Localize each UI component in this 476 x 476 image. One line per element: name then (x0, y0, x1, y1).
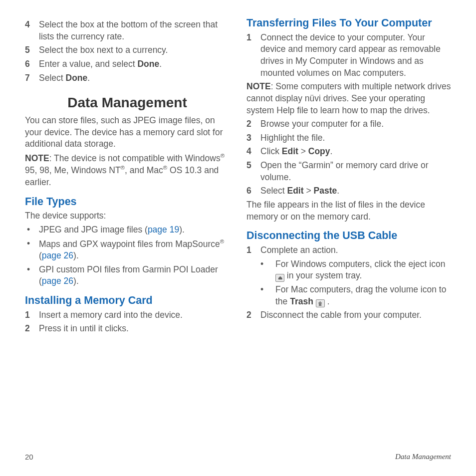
step-sub-text: The file appears in the list of files in… (246, 199, 451, 223)
list-item: • GPI custom POI files from Garmin POI L… (27, 264, 230, 287)
page-link[interactable]: page 26 (42, 276, 73, 286)
page-number: 20 (25, 453, 33, 461)
ui-label-edit: Edit (282, 146, 298, 156)
step-number: 1 (25, 309, 39, 321)
list-item: • For Mac computers, drag the volume ico… (260, 284, 451, 307)
bullet-text: JPEG and JPG image files (page 19). (39, 224, 230, 236)
bullet-icon: • (27, 238, 39, 262)
heading-data-management: Data Management (25, 95, 230, 111)
step-text: Click Edit > Copy. (260, 146, 451, 158)
page-footer: 20 Data Management (25, 450, 451, 461)
list-item: 5 Open the “Garmin” or memory card drive… (246, 160, 451, 183)
list-item: 2 Disconnect the cable from your compute… (246, 309, 451, 321)
step-text: Select Done. (39, 72, 230, 84)
step-text: Disconnect the cable from your computer. (260, 309, 451, 321)
heading-installing-memory-card: Installing a Memory Card (25, 294, 230, 307)
step-text: Enter a value, and select Done. (39, 58, 230, 70)
list-item: • JPEG and JPG image files (page 19). (27, 224, 230, 236)
step-number: 4 (25, 19, 39, 42)
note-paragraph: NOTE: Some computers with multiple netwo… (246, 81, 451, 116)
bullet-icon: • (260, 284, 275, 307)
step-number: 6 (25, 58, 39, 70)
intro-paragraph: You can store files, such as JPEG image … (25, 115, 230, 150)
note-label: NOTE (25, 153, 49, 163)
heading-file-types: File Types (25, 196, 230, 209)
page-link[interactable]: page 19 (148, 225, 179, 235)
list-item: 4 Select the box at the bottom of the sc… (25, 19, 230, 42)
registered-mark: ® (220, 238, 224, 244)
trash-icon: 🗑 (316, 299, 325, 307)
list-item: 6 Select Edit > Paste. (246, 185, 451, 197)
ui-label-copy: Copy (308, 146, 330, 156)
ui-label-paste: Paste (314, 186, 337, 196)
eject-icon: ⏏ (275, 274, 284, 282)
step-text: Highlight the file. (260, 132, 451, 144)
list-item: 5 Select the box next to a currency. (25, 44, 230, 56)
right-column: Transferring Files To Your Computer 1 Co… (246, 17, 451, 440)
step-number: 6 (246, 185, 260, 197)
filetypes-intro: The device supports: (25, 210, 230, 222)
step-text: Open the “Garmin” or memory card drive o… (260, 160, 451, 183)
list-item: 7 Select Done. (25, 72, 230, 84)
ui-label-done: Done (66, 73, 88, 83)
step-number: 2 (246, 309, 260, 321)
note-label: NOTE (246, 81, 271, 91)
list-item: 4 Click Edit > Copy. (246, 146, 451, 158)
list-item: 1 Insert a memory card into the device. (25, 309, 230, 321)
note-paragraph: NOTE: The device is not compatible with … (25, 152, 230, 189)
bullet-icon: • (260, 258, 275, 282)
bullet-text: For Mac computers, drag the volume icon … (275, 284, 451, 307)
step-text: Browse your computer for a file. (260, 118, 451, 130)
registered-mark: ® (121, 165, 125, 171)
heading-transferring-files: Transferring Files To Your Computer (246, 17, 451, 30)
step-text: Select the box at the bottom of the scre… (39, 19, 230, 42)
left-column: 4 Select the box at the bottom of the sc… (25, 17, 230, 440)
ui-label-edit: Edit (287, 186, 304, 196)
step-number: 3 (246, 132, 260, 144)
list-item: 2 Press it in until it clicks. (25, 323, 230, 335)
step-number: 2 (246, 118, 260, 130)
bullet-text: Maps and GPX waypoint files from MapSour… (39, 238, 230, 262)
step-number: 5 (246, 160, 260, 183)
list-item: 2 Browse your computer for a file. (246, 118, 451, 130)
step-number: 1 (246, 244, 260, 256)
step-text: Insert a memory card into the device. (39, 309, 230, 321)
step-number: 4 (246, 146, 260, 158)
bullet-icon: • (27, 224, 39, 236)
list-item: 6 Enter a value, and select Done. (25, 58, 230, 70)
step-text: Select Edit > Paste. (260, 185, 451, 197)
step-number: 5 (25, 44, 39, 56)
step-text: Press it in until it clicks. (39, 323, 230, 335)
list-item: 1 Complete an action. (246, 244, 451, 256)
list-item: • For Windows computers, click the eject… (260, 258, 451, 282)
ui-label-trash: Trash (290, 296, 313, 306)
step-number: 7 (25, 72, 39, 84)
list-item: • Maps and GPX waypoint files from MapSo… (27, 238, 230, 262)
bullet-icon: • (27, 264, 39, 287)
bullet-text: For Windows computers, click the eject i… (275, 258, 451, 282)
list-item: 1 Connect the device to your computer. Y… (246, 32, 451, 79)
list-item: 3 Highlight the file. (246, 132, 451, 144)
bullet-text: GPI custom POI files from Garmin POI Loa… (39, 264, 230, 287)
step-text: Connect the device to your computer. You… (260, 32, 451, 79)
page-link[interactable]: page 26 (42, 250, 73, 260)
page-content: 4 Select the box at the bottom of the sc… (25, 17, 451, 440)
step-text: Complete an action. (260, 244, 451, 256)
step-number: 2 (25, 323, 39, 335)
step-number: 1 (246, 32, 260, 79)
footer-section-title: Data Management (395, 453, 451, 461)
step-text: Select the box next to a currency. (39, 44, 230, 56)
registered-mark: ® (221, 153, 225, 159)
ui-label-done: Done (137, 59, 159, 69)
registered-mark: ® (163, 165, 167, 171)
heading-disconnecting-usb: Disconnecting the USB Cable (246, 230, 451, 242)
